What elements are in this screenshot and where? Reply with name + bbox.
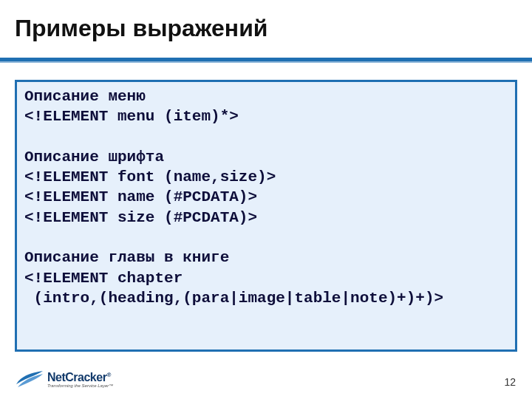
brand-logo-text: NetCracker® Transforming the Service Lay… — [47, 372, 113, 388]
code-line-2c: <!ELEMENT size (#PCDATA)> — [24, 209, 257, 226]
code-line-3b: (intro,(heading,(para|image|table|note)+… — [24, 290, 443, 307]
brand-tagline: Transforming the Service Layer™ — [47, 383, 113, 388]
code-box: Описание меню <!ELEMENT menu (item)*> Оп… — [15, 80, 517, 352]
code-line-1: <!ELEMENT menu (item)*> — [24, 108, 239, 125]
code-line-2a: <!ELEMENT font (name,size)> — [24, 168, 276, 185]
slide: Примеры выражений Описание меню <!ELEMEN… — [0, 0, 532, 399]
code-label-1: Описание меню — [24, 88, 146, 105]
slide-title: Примеры выражений — [15, 15, 268, 42]
code-label-2: Описание шрифта — [24, 149, 164, 166]
code-line-3a: <!ELEMENT chapter — [24, 270, 183, 287]
divider-rule — [0, 58, 532, 65]
page-number: 12 — [504, 376, 516, 388]
code-label-3: Описание главы в книге — [24, 249, 229, 266]
brand-logo-icon — [15, 369, 44, 390]
divider-bar-bottom — [0, 61, 532, 63]
brand-name: NetCracker® — [47, 372, 113, 383]
code-line-2b: <!ELEMENT name (#PCDATA)> — [24, 188, 257, 205]
brand-logo: NetCracker® Transforming the Service Lay… — [15, 369, 113, 390]
